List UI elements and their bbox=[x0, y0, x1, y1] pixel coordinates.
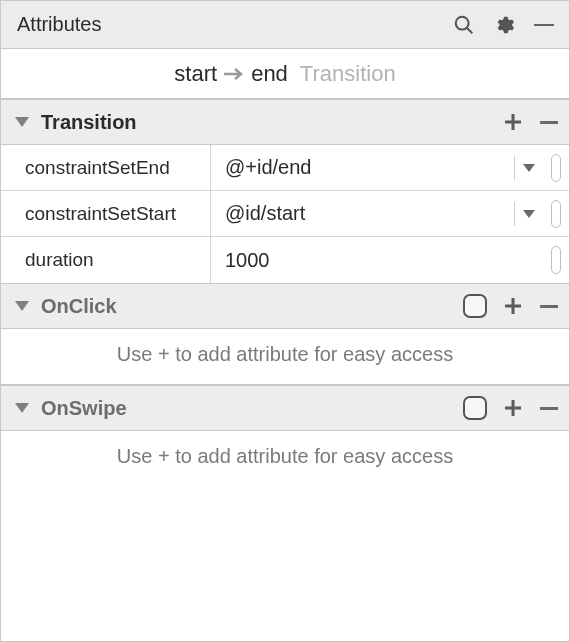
table-row: constraintSetEnd @+id/end bbox=[1, 145, 569, 191]
remove-attribute-button[interactable] bbox=[539, 112, 559, 132]
section-title: Transition bbox=[41, 111, 137, 134]
minimize-icon[interactable] bbox=[531, 12, 557, 38]
dropdown-button[interactable] bbox=[514, 202, 535, 226]
add-attribute-button[interactable] bbox=[503, 112, 523, 132]
empty-hint: Use + to add attribute for easy access bbox=[1, 431, 569, 641]
arrow-right-icon bbox=[223, 66, 245, 82]
section-header-onswipe[interactable]: OnSwipe bbox=[1, 385, 569, 431]
panel-header: Attributes bbox=[1, 1, 569, 49]
attribute-value: @id/start bbox=[225, 202, 506, 225]
svg-line-1 bbox=[467, 27, 473, 33]
attribute-value-cell[interactable]: @id/start bbox=[211, 191, 569, 236]
section-title: OnClick bbox=[41, 295, 117, 318]
disclosure-triangle-icon bbox=[15, 117, 29, 127]
section-header-onclick[interactable]: OnClick bbox=[1, 283, 569, 329]
enable-checkbox[interactable] bbox=[463, 294, 487, 318]
breadcrumb-start: start bbox=[174, 61, 217, 87]
attributes-panel: Attributes start end Transition bbox=[0, 0, 570, 642]
attribute-value: 1000 bbox=[225, 249, 535, 272]
breadcrumb-end: end bbox=[251, 61, 288, 87]
add-attribute-button[interactable] bbox=[503, 398, 523, 418]
attribute-value-cell[interactable]: @+id/end bbox=[211, 145, 569, 190]
attribute-value-cell[interactable]: 1000 bbox=[211, 237, 569, 283]
disclosure-triangle-icon bbox=[15, 403, 29, 413]
attribute-name: constraintSetEnd bbox=[1, 145, 211, 190]
add-attribute-button[interactable] bbox=[503, 296, 523, 316]
section-title: OnSwipe bbox=[41, 397, 127, 420]
chevron-down-icon bbox=[523, 164, 535, 172]
panel-title: Attributes bbox=[17, 13, 451, 36]
attribute-name: duration bbox=[1, 237, 211, 283]
gear-icon[interactable] bbox=[491, 12, 517, 38]
handle-icon[interactable] bbox=[551, 154, 561, 182]
remove-attribute-button[interactable] bbox=[539, 398, 559, 418]
dropdown-button[interactable] bbox=[514, 156, 535, 180]
table-row: constraintSetStart @id/start bbox=[1, 191, 569, 237]
breadcrumb: start end Transition bbox=[1, 49, 569, 99]
breadcrumb-type: Transition bbox=[300, 61, 396, 87]
table-row: duration 1000 bbox=[1, 237, 569, 283]
section-header-transition[interactable]: Transition bbox=[1, 99, 569, 145]
enable-checkbox[interactable] bbox=[463, 396, 487, 420]
handle-icon[interactable] bbox=[551, 200, 561, 228]
empty-hint: Use + to add attribute for easy access bbox=[1, 329, 569, 385]
attribute-name: constraintSetStart bbox=[1, 191, 211, 236]
attributes-table: constraintSetEnd @+id/end constraintSetS… bbox=[1, 145, 569, 283]
attribute-value: @+id/end bbox=[225, 156, 506, 179]
svg-point-0 bbox=[456, 16, 469, 29]
header-actions bbox=[451, 12, 557, 38]
handle-icon[interactable] bbox=[551, 246, 561, 274]
remove-attribute-button[interactable] bbox=[539, 296, 559, 316]
disclosure-triangle-icon bbox=[15, 301, 29, 311]
search-icon[interactable] bbox=[451, 12, 477, 38]
chevron-down-icon bbox=[523, 210, 535, 218]
